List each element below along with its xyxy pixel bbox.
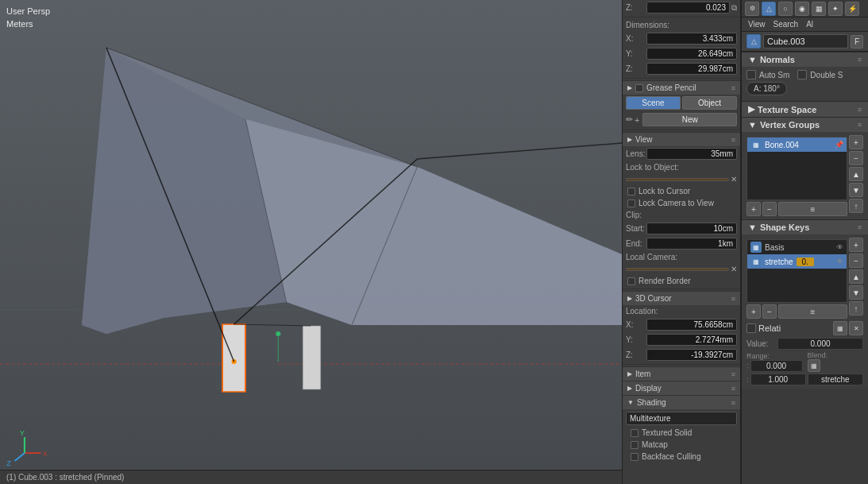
vg-remove-btn[interactable]: − (762, 202, 777, 216)
textured-solid-check[interactable] (631, 429, 638, 437)
object-type-icon[interactable]: △ (746, 34, 761, 48)
local-camera-clear-icon[interactable]: ✕ (731, 265, 737, 273)
lock-camera-check[interactable] (627, 199, 635, 207)
normals-header[interactable]: ▼ Normals ≡ (742, 52, 868, 67)
cursor-x-value[interactable]: 75.6658cm (646, 319, 737, 331)
shading-dropdown[interactable]: Multitexture (626, 412, 737, 425)
cursor-options[interactable]: ≡ (731, 295, 735, 303)
sk-blend-value[interactable]: stretche (808, 374, 863, 385)
vertex-groups-header[interactable]: ▼ Vertex Groups ≡ (742, 118, 868, 132)
sk-stretched-eye[interactable]: 👁 (836, 257, 843, 265)
icon-particle[interactable]: ✦ (828, 2, 843, 16)
vg-item-pin[interactable]: 📌 (835, 141, 843, 149)
cursor-z-value[interactable]: -19.3927cm (646, 349, 737, 361)
local-camera-field[interactable] (626, 268, 729, 271)
clip-start-label: Start: (626, 224, 645, 233)
sk-basis-eye[interactable]: 👁 (836, 243, 843, 251)
sk-relati-pin[interactable]: ✕ (849, 321, 863, 335)
dim-z-value[interactable]: 29.987cm (646, 63, 737, 75)
z-value[interactable]: 0.023 (646, 2, 730, 14)
view-header[interactable]: ▶ View ≡ (623, 132, 740, 146)
vg-ctrl-remove[interactable]: − (849, 151, 863, 165)
vg-menu-btn[interactable]: ≡ (778, 202, 847, 216)
item-options[interactable]: ≡ (731, 370, 735, 378)
grease-pencil-header[interactable]: ▶ Grease Pencil ≡ (623, 80, 740, 95)
shading-options[interactable]: ≡ (731, 399, 735, 407)
pin-button[interactable]: F (851, 35, 863, 48)
sk-remove-btn[interactable]: − (762, 304, 777, 319)
double-sided-check[interactable] (797, 70, 807, 79)
sk-value-label: Value: (746, 339, 775, 348)
sk-range-max[interactable]: 1.000 (750, 374, 806, 385)
sk-ctrl-up[interactable]: ▲ (849, 269, 863, 284)
dim-x-label: X: (626, 34, 645, 43)
sk-ctrl-remove[interactable]: − (849, 254, 863, 268)
dim-x-value[interactable]: 3.433cm (646, 33, 737, 45)
icon-texture[interactable]: ▦ (812, 2, 826, 16)
shape-keys-options[interactable]: ≡ (858, 223, 862, 231)
shape-keys-header[interactable]: ▼ Shape Keys ≡ (742, 220, 868, 234)
normals-angle-pill[interactable]: A: 180° (746, 82, 787, 95)
shading-header[interactable]: ▼ Shading ≡ (623, 395, 740, 409)
menu-al[interactable]: Al (803, 19, 816, 29)
menu-search[interactable]: Search (770, 19, 802, 29)
sk-ctrl-down[interactable]: ▼ (849, 285, 863, 300)
object-name-field[interactable]: Cube.003 (763, 34, 848, 48)
cursor-3d-header[interactable]: ▶ 3D Cursor ≡ (623, 291, 740, 305)
matcap-check[interactable] (631, 441, 638, 449)
icon-curve[interactable]: ○ (778, 2, 793, 16)
viewport[interactable]: X Y Z User Persp Meters (1) Cube.003 : s… (0, 0, 622, 484)
lock-to-cursor-check[interactable] (627, 188, 635, 196)
item-header[interactable]: ▶ Item ≡ (623, 366, 740, 381)
new-btn[interactable]: New (642, 113, 737, 126)
render-border-check[interactable] (627, 277, 635, 285)
vg-item-bone004[interactable]: ▦ Bone.004 📌 (747, 137, 847, 152)
lock-object-field[interactable] (626, 178, 729, 181)
icon-physics[interactable]: ⚡ (845, 2, 859, 16)
icon-editor-type[interactable]: ⚙ (745, 2, 759, 16)
backface-culling-check[interactable] (631, 453, 638, 461)
normals-arrow: ▼ (748, 55, 757, 64)
grease-pencil-options[interactable]: ≡ (731, 84, 735, 92)
vertex-groups-options[interactable]: ≡ (858, 121, 862, 129)
vg-ctrl-add[interactable]: + (849, 135, 863, 149)
texture-space-options[interactable]: ≡ (858, 106, 862, 114)
cursor-y-value[interactable]: 2.7274mm (646, 334, 737, 346)
sk-value-input[interactable]: 0.000 (777, 338, 863, 350)
vg-add-btn[interactable]: + (746, 202, 761, 216)
sk-stretched-value[interactable]: 0. (797, 257, 814, 266)
vg-ctrl-down[interactable]: ▼ (849, 183, 863, 197)
backface-culling-label: Backface Culling (642, 452, 700, 461)
sk-blend-icon[interactable]: ▦ (808, 359, 820, 372)
clip-start-value[interactable]: 10cm (646, 223, 737, 234)
normals-options[interactable]: ≡ (858, 56, 862, 64)
sk-menu-btn[interactable]: ≡ (778, 304, 847, 319)
icon-material[interactable]: ◉ (795, 2, 809, 16)
dim-y-value[interactable]: 26.649cm (646, 48, 737, 60)
sk-item-stretched[interactable]: ▦ stretche 0. 👁 (747, 254, 847, 269)
view-options[interactable]: ≡ (731, 136, 735, 144)
menu-view[interactable]: View (745, 19, 769, 29)
dim-y-label: Y: (626, 49, 645, 58)
auto-smooth-check[interactable] (746, 70, 756, 79)
sk-ctrl-sort[interactable]: ↑ (849, 301, 863, 316)
sk-ctrl-add[interactable]: + (849, 238, 863, 252)
vg-ctrl-up[interactable]: ▲ (849, 167, 863, 181)
grease-pencil-label: Grease Pencil (646, 83, 696, 92)
icon-mesh[interactable]: △ (762, 2, 776, 16)
lock-object-clear-icon[interactable]: ✕ (731, 175, 737, 184)
sk-add-btn[interactable]: + (746, 304, 761, 319)
vg-ctrl-sort[interactable]: ↑ (849, 199, 863, 213)
sk-item-basis[interactable]: ▦ Basis 👁 (747, 240, 847, 254)
object-btn[interactable]: Object (682, 96, 737, 110)
z-copy-icon[interactable]: ⧉ (731, 3, 737, 13)
sk-relati-edit[interactable]: ▦ (833, 321, 847, 335)
clip-end-value[interactable]: 1km (646, 238, 737, 250)
sk-relati-check[interactable] (746, 323, 756, 333)
lens-value[interactable]: 35mm (646, 148, 737, 160)
sk-range-min[interactable]: 0.000 (750, 360, 803, 372)
scene-btn[interactable]: Scene (626, 96, 681, 110)
display-options[interactable]: ≡ (731, 385, 735, 393)
display-header[interactable]: ▶ Display ≡ (623, 381, 740, 395)
texture-space-header[interactable]: ▶ Texture Space ≡ (742, 102, 868, 117)
